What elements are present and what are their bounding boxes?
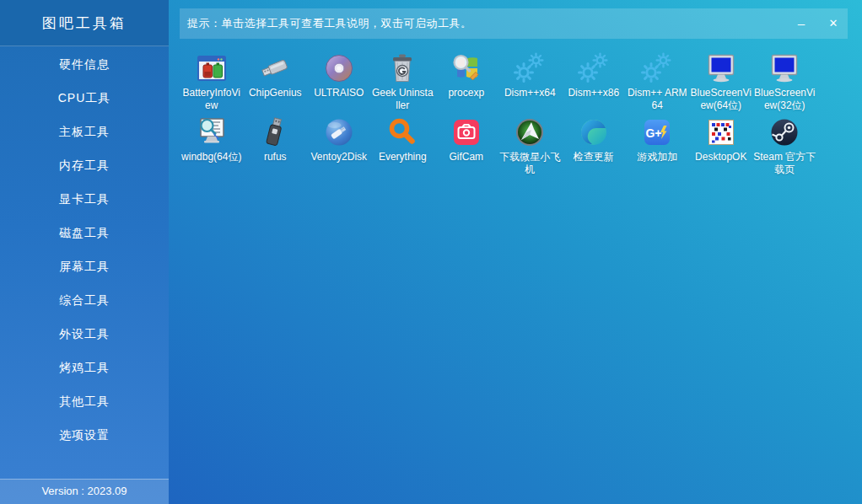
usb-dark-icon [258, 115, 292, 149]
tool-label: Everything [371, 151, 434, 164]
sidebar-item-options-settings[interactable]: 选项设置 [0, 418, 169, 452]
tool-label: rufus [244, 151, 307, 164]
tool-label: 检查更新 [562, 151, 625, 164]
tool-bluescreenview-64[interactable]: BlueScreenView(64位) [689, 48, 753, 112]
tool-windbg-64[interactable]: windbg(64位) [180, 112, 244, 176]
sidebar-item-memory-tools[interactable]: 内存工具 [0, 148, 169, 182]
tool-label: DesktopOK [689, 151, 752, 164]
tool-label: Geek Uninstaller [371, 87, 434, 112]
sidebar-item-screen-tools[interactable]: 屏幕工具 [0, 249, 169, 283]
tool-geek-uninstaller[interactable]: Geek Uninstaller [371, 48, 435, 112]
tool-rufus[interactable]: rufus [244, 112, 308, 176]
version-label: Version : 2023.09 [41, 485, 127, 497]
app-title: 图吧工具箱 [0, 0, 169, 46]
tool-label: Ventoy2Disk [307, 151, 370, 164]
tool-dism-x64[interactable]: Dism++x64 [498, 48, 563, 112]
tool-dism-arm64[interactable]: Dism++ ARM64 [626, 48, 690, 112]
pixel-grid-icon [704, 115, 738, 149]
sidebar-item-gpu-tools[interactable]: 显卡工具 [0, 182, 169, 216]
cd-disc-icon [322, 51, 356, 85]
tool-label: BlueScreenView(32位) [753, 87, 816, 112]
tool-check-update[interactable]: 检查更新 [562, 112, 626, 176]
tool-label: 游戏加加 [626, 151, 689, 164]
blue-gears-icon [513, 51, 547, 85]
sidebar-item-general-tools[interactable]: 综合工具 [0, 283, 169, 317]
tool-label: BlueScreenView(64位) [689, 87, 752, 112]
tool-label: Steam 官方下载页 [753, 151, 816, 176]
camera-badge-icon [450, 115, 483, 149]
tool-chipgenius[interactable]: ChipGenius [244, 48, 308, 112]
tool-label: GifCam [434, 151, 498, 164]
tool-label: 下载微星小飞机 [498, 151, 562, 176]
sidebar: 图吧工具箱 硬件信息CPU工具主板工具内存工具显卡工具磁盘工具屏幕工具综合工具外… [0, 0, 169, 504]
svg-text:G+: G+ [646, 126, 662, 140]
blue-gears-icon [577, 51, 611, 85]
sidebar-item-label: 选项设置 [59, 428, 110, 442]
sidebar-item-label: 主板工具 [59, 125, 110, 138]
close-button[interactable]: ✕ [821, 8, 846, 39]
sidebar-item-label: 磁盘工具 [59, 226, 110, 239]
tool-label: procexp [434, 87, 498, 99]
tip-bar: 提示：单击选择工具可查看工具说明，双击可启动工具。 – ✕ [180, 8, 848, 39]
tool-steam-download[interactable]: Steam 官方下载页 [753, 112, 817, 176]
usb-stick-icon [258, 51, 292, 85]
sidebar-item-label: 内存工具 [59, 158, 110, 172]
sidebar-item-cpu-tools[interactable]: CPU工具 [0, 81, 169, 115]
bluescreen-monitor-icon [704, 51, 738, 85]
sidebar-item-label: 烤鸡工具 [59, 361, 110, 374]
sidebar-item-label: CPU工具 [58, 91, 111, 105]
tool-ultraiso[interactable]: ULTRAISO [307, 48, 371, 112]
tool-desktopok[interactable]: DesktopOK [689, 112, 753, 176]
tool-gifcam[interactable]: GifCam [434, 112, 498, 176]
sidebar-item-label: 综合工具 [59, 293, 110, 307]
sidebar-item-peripheral-tools[interactable]: 外设工具 [0, 317, 169, 351]
tip-text: 提示：单击选择工具可查看工具说明，双击可启动工具。 [187, 16, 472, 31]
tools-grid: BatteryInfoViewChipGeniusULTRAISOGeek Un… [180, 48, 816, 176]
version-bar: Version : 2023.09 [0, 479, 169, 504]
tool-label: BatteryInfoView [180, 87, 243, 112]
sidebar-item-other-tools[interactable]: 其他工具 [0, 384, 169, 418]
jet-ring-icon [513, 115, 547, 149]
sidebar-item-motherboard-tools[interactable]: 主板工具 [0, 115, 169, 148]
ventoy-sphere-icon [322, 115, 356, 149]
minimize-button[interactable]: – [789, 8, 814, 39]
windows-magnifier-icon [450, 51, 483, 85]
tool-label: Dism++x64 [498, 87, 562, 99]
orange-magnifier-icon [385, 115, 419, 149]
tool-label: windbg(64位) [180, 151, 243, 164]
sidebar-item-stress-test-tools[interactable]: 烤鸡工具 [0, 351, 169, 384]
steam-logo-icon [768, 115, 801, 149]
main-area: 提示：单击选择工具可查看工具说明，双击可启动工具。 – ✕ BatteryInf… [169, 0, 862, 504]
blue-gears-icon [640, 51, 674, 85]
tool-label: Dism++ ARM64 [626, 87, 689, 112]
tool-procexp[interactable]: procexp [434, 48, 498, 112]
sidebar-item-label: 显卡工具 [59, 192, 110, 206]
sidebar-item-label: 屏幕工具 [59, 260, 110, 273]
sidebar-item-label: 其他工具 [59, 394, 110, 408]
tool-everything[interactable]: Everything [371, 112, 435, 176]
debugger-monitor-icon [195, 115, 229, 149]
tool-gamepp[interactable]: G+游戏加加 [626, 112, 690, 176]
sidebar-nav: 硬件信息CPU工具主板工具内存工具显卡工具磁盘工具屏幕工具综合工具外设工具烤鸡工… [0, 46, 169, 452]
tool-label: ChipGenius [244, 87, 307, 99]
tool-dism-x86[interactable]: Dism++x86 [562, 48, 626, 112]
tool-bluescreenview-32[interactable]: BlueScreenView(32位) [753, 48, 817, 112]
trash-g-icon [385, 51, 419, 85]
sidebar-item-hardware-info[interactable]: 硬件信息 [0, 47, 169, 81]
tool-msi-afterburner[interactable]: 下载微星小飞机 [498, 112, 563, 176]
bluescreen-monitor-icon [768, 51, 801, 85]
tool-label: Dism++x86 [562, 87, 625, 99]
edge-browser-icon [577, 115, 611, 149]
app-window: 图吧工具箱 硬件信息CPU工具主板工具内存工具显卡工具磁盘工具屏幕工具综合工具外… [0, 0, 862, 504]
tool-batteryinfoview[interactable]: BatteryInfoView [180, 48, 244, 112]
battery-window-icon [195, 51, 229, 85]
sidebar-item-disk-tools[interactable]: 磁盘工具 [0, 216, 169, 249]
tool-ventoy2disk[interactable]: Ventoy2Disk [307, 112, 371, 176]
sidebar-item-label: 硬件信息 [59, 57, 110, 71]
g-plus-icon: G+ [640, 115, 674, 149]
sidebar-item-label: 外设工具 [59, 327, 110, 340]
tool-label: ULTRAISO [307, 87, 370, 99]
